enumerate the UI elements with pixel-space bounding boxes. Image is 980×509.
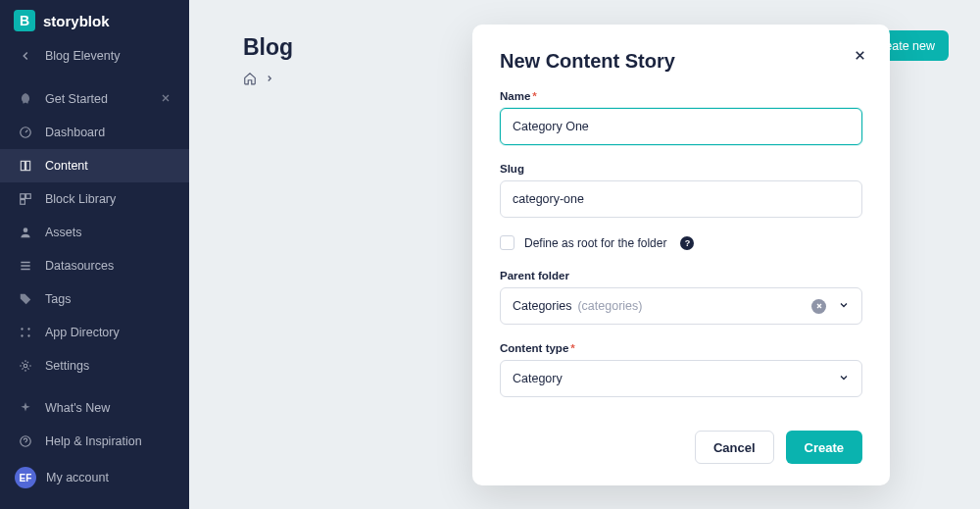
svg-point-9 (21, 334, 23, 336)
brand: B storyblok (0, 0, 189, 39)
content-icon (18, 158, 33, 174)
avatar: EF (15, 467, 36, 488)
slug-input[interactable] (500, 180, 862, 218)
svg-point-11 (24, 364, 27, 368)
parent-folder-label: Parent folder (500, 270, 862, 281)
sidebar-item-tags[interactable]: Tags (0, 282, 189, 316)
svg-rect-5 (21, 200, 25, 205)
content-type-value: Category (513, 372, 563, 385)
sidebar-item-whats-new[interactable]: What's New (0, 391, 189, 425)
svg-rect-2 (26, 161, 30, 170)
rocket-icon (18, 91, 33, 107)
sidebar-back[interactable]: Blog Eleventy (0, 39, 189, 73)
close-button[interactable] (847, 42, 872, 68)
gauge-icon (18, 125, 33, 140)
home-icon[interactable] (243, 72, 257, 85)
new-content-modal: New Content Story Name* Slug Define as r… (472, 25, 890, 485)
sidebar-item-label: Tags (45, 292, 71, 306)
sidebar-back-label: Blog Eleventy (45, 49, 120, 63)
help-icon[interactable]: ? (680, 236, 694, 250)
sidebar-item-label: Help & Inspiration (45, 434, 142, 448)
arrow-left-icon (18, 48, 33, 64)
gear-icon (18, 358, 33, 374)
svg-point-10 (27, 334, 29, 336)
sparkle-icon (18, 400, 33, 416)
define-root-checkbox[interactable]: Define as root for the folder ? (500, 235, 862, 250)
sidebar-item-label: Block Library (45, 192, 116, 206)
content-type-label: Content type* (500, 342, 862, 354)
parent-folder-slug: (categories) (577, 299, 642, 313)
checkbox-icon[interactable] (500, 235, 514, 250)
define-root-label: Define as root for the folder (524, 236, 666, 250)
sidebar-item-app-directory[interactable]: App Directory (0, 316, 189, 349)
page-title: Blog (243, 34, 293, 61)
svg-rect-3 (21, 194, 25, 199)
clear-icon[interactable] (811, 299, 826, 314)
chevron-down-icon (838, 299, 850, 314)
apps-icon (18, 325, 33, 340)
sidebar-item-assets[interactable]: Assets (0, 216, 189, 249)
svg-point-7 (21, 328, 23, 330)
sidebar: B storyblok Blog Eleventy Get Started Da… (0, 0, 189, 509)
sidebar-item-get-started[interactable]: Get Started (0, 82, 189, 116)
svg-point-8 (27, 328, 29, 330)
sidebar-item-dashboard[interactable]: Dashboard (0, 116, 189, 149)
sidebar-item-content[interactable]: Content (0, 149, 189, 182)
name-input[interactable] (500, 108, 862, 145)
cancel-button[interactable]: Cancel (695, 431, 774, 464)
sidebar-item-block-library[interactable]: Block Library (0, 182, 189, 216)
svg-rect-4 (26, 194, 31, 199)
sidebar-item-datasources[interactable]: Datasources (0, 249, 189, 282)
chevron-right-icon (265, 74, 274, 83)
sidebar-item-label: Datasources (45, 259, 114, 273)
chevron-down-icon (838, 372, 850, 386)
sidebar-item-label: Assets (45, 226, 82, 239)
sidebar-item-label: Settings (45, 359, 89, 373)
modal-title: New Content Story (500, 50, 862, 73)
content-type-select[interactable]: Category (500, 360, 862, 397)
person-icon (18, 225, 33, 240)
tag-icon (18, 291, 33, 307)
account-label: My account (46, 471, 109, 484)
sidebar-item-label: Dashboard (45, 126, 105, 139)
create-button[interactable]: Create (786, 431, 862, 464)
svg-point-6 (24, 228, 28, 232)
sidebar-account[interactable]: EF My account (0, 458, 189, 497)
sidebar-item-help[interactable]: Help & Inspiration (0, 425, 189, 458)
sidebar-item-settings[interactable]: Settings (0, 349, 189, 382)
breadcrumb[interactable] (243, 72, 274, 85)
brand-logo: B (14, 10, 35, 31)
sidebar-item-label: Content (45, 159, 88, 173)
sidebar-item-label: What's New (45, 401, 110, 415)
svg-rect-1 (21, 161, 24, 170)
list-icon (18, 258, 33, 274)
sidebar-item-label: Get Started (45, 92, 108, 106)
main: Blog Create new New Content Story Name* … (189, 0, 980, 509)
brand-name: storyblok (43, 13, 110, 29)
name-label: Name* (500, 90, 862, 102)
sidebar-item-label: App Directory (45, 326, 120, 339)
help-icon (18, 433, 33, 449)
blocks-icon (18, 191, 33, 207)
parent-folder-value: Categories (513, 299, 571, 313)
parent-folder-select[interactable]: Categories (categories) (500, 287, 862, 325)
slug-label: Slug (500, 163, 862, 175)
close-icon[interactable] (160, 91, 172, 107)
